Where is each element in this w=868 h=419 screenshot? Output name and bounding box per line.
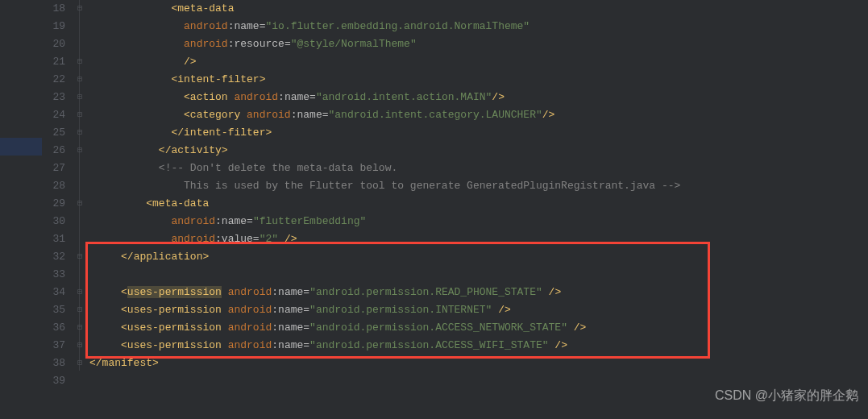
code-token: : [215, 215, 222, 227]
line-number[interactable]: 35 [42, 301, 65, 319]
code-token: = [247, 215, 253, 227]
code-token: name [278, 304, 303, 316]
code-line[interactable]: <uses-permission android:name="android.p… [89, 301, 868, 319]
code-token: android [171, 233, 215, 245]
code-line[interactable]: <uses-permission android:name="android.p… [89, 319, 868, 337]
line-number[interactable]: 37 [42, 337, 65, 355]
watermark: CSDN @小猪家的胖企鹅 [715, 387, 858, 404]
line-number[interactable]: 30 [42, 213, 65, 230]
fold-marker[interactable]: ⊟ [70, 124, 89, 142]
breakpoint-strip[interactable] [0, 0, 42, 419]
code-line[interactable]: </application> [89, 248, 868, 266]
fold-column[interactable]: ⊟⊟⊟⊟⊟⊟⊟⊟⊟⊟⊟⊟⊟⊟ [70, 0, 89, 419]
code-token: = [303, 286, 309, 298]
fold-marker[interactable]: ⊟ [70, 301, 89, 319]
code-token: name [222, 215, 247, 227]
code-token: : [278, 91, 284, 103]
line-number[interactable]: 31 [42, 230, 65, 248]
line-number[interactable]: 33 [42, 266, 65, 284]
fold-marker[interactable]: ⊟ [70, 319, 89, 337]
fold-marker[interactable]: ⊟ [70, 284, 89, 301]
code-area[interactable]: <meta-data android:name="io.flutter.embe… [89, 0, 868, 419]
code-token: android [234, 91, 278, 103]
line-number[interactable]: 21 [42, 53, 65, 71]
active-line-marker [0, 138, 42, 156]
code-token: /> [542, 109, 555, 121]
code-token: "2" [260, 233, 278, 245]
code-token: = [322, 109, 329, 121]
fold-marker[interactable]: ⊟ [70, 0, 89, 18]
line-number[interactable]: 28 [42, 177, 65, 195]
code-token: > [202, 251, 209, 263]
code-token: application [134, 251, 203, 263]
line-number[interactable]: 26 [42, 142, 65, 160]
code-token: = [253, 233, 260, 245]
code-token: "android.permission.ACCESS_NETWORK_STATE… [309, 322, 567, 334]
code-token: "@style/NormalTheme" [291, 38, 417, 50]
code-token: name [284, 91, 309, 103]
fold-marker[interactable]: ⊟ [70, 89, 89, 106]
fold-marker[interactable]: ⊟ [70, 53, 89, 71]
code-token: "android.permission.ACCESS_WIFI_STATE" [309, 339, 548, 351]
code-line[interactable]: <uses-permission android:name="android.p… [89, 337, 868, 355]
line-number[interactable]: 39 [42, 372, 65, 390]
code-line[interactable]: <intent-filter> [89, 71, 868, 89]
code-line[interactable]: /> [89, 53, 868, 71]
code-token: /> [278, 233, 297, 245]
fold-marker[interactable]: ⊟ [70, 142, 89, 160]
code-token: > [260, 73, 266, 85]
line-number[interactable]: 29 [42, 195, 65, 213]
code-token: name [278, 339, 303, 351]
line-number[interactable]: 20 [42, 35, 65, 53]
fold-marker [70, 266, 89, 284]
code-token: /> [542, 286, 561, 298]
code-line[interactable] [89, 266, 868, 284]
code-editor[interactable]: 1819202122232425262728293031323334353637… [0, 0, 868, 419]
code-line[interactable]: <!-- Don't delete the meta-data below. [89, 160, 868, 177]
code-line[interactable]: </activity> [89, 142, 868, 160]
code-token: android [184, 20, 228, 32]
code-line[interactable]: </manifest> [89, 355, 868, 372]
code-line[interactable]: <uses-permission android:name="android.p… [89, 284, 868, 301]
fold-marker[interactable]: ⊟ [70, 195, 89, 213]
line-number[interactable]: 34 [42, 284, 65, 301]
fold-marker[interactable]: ⊟ [70, 248, 89, 266]
line-number[interactable]: 32 [42, 248, 65, 266]
line-number[interactable]: 24 [42, 106, 65, 124]
code-token: android [184, 38, 228, 50]
code-token: > [152, 357, 159, 369]
code-token: uses-permission [127, 304, 228, 316]
code-line[interactable]: <meta-data [89, 195, 868, 213]
fold-marker[interactable]: ⊟ [70, 355, 89, 372]
code-token: android [228, 304, 272, 316]
line-number[interactable]: 25 [42, 124, 65, 142]
line-number-gutter[interactable]: 1819202122232425262728293031323334353637… [42, 0, 70, 419]
fold-marker[interactable]: ⊟ [70, 337, 89, 355]
fold-marker[interactable]: ⊟ [70, 71, 89, 89]
code-token: android [228, 286, 272, 298]
code-token: </ [171, 127, 184, 139]
fold-marker [70, 372, 89, 390]
code-line[interactable]: android:name="io.flutter.embedding.andro… [89, 18, 868, 35]
code-line[interactable]: <meta-data [89, 0, 868, 18]
line-number[interactable]: 22 [42, 71, 65, 89]
line-number[interactable]: 36 [42, 319, 65, 337]
line-number[interactable]: 18 [42, 0, 65, 18]
line-number[interactable]: 19 [42, 18, 65, 35]
fold-marker[interactable]: ⊟ [70, 106, 89, 124]
line-number[interactable]: 23 [42, 89, 65, 106]
code-token: : [272, 286, 278, 298]
code-line[interactable]: This is used by the Flutter tool to gene… [89, 177, 868, 195]
line-number[interactable]: 38 [42, 355, 65, 372]
code-line[interactable]: <category android:name="android.intent.c… [89, 106, 868, 124]
code-token: android [171, 215, 215, 227]
code-token: = [309, 91, 316, 103]
code-line[interactable]: android:resource="@style/NormalTheme" [89, 35, 868, 53]
fold-marker [70, 35, 89, 53]
code-line[interactable]: </intent-filter> [89, 124, 868, 142]
line-number[interactable]: 27 [42, 160, 65, 177]
code-line[interactable]: android:value="2" /> [89, 230, 868, 248]
code-line[interactable]: android:name="flutterEmbedding" [89, 213, 868, 230]
code-line[interactable]: <action android:name="android.intent.act… [89, 89, 868, 106]
code-token: < [121, 339, 127, 351]
